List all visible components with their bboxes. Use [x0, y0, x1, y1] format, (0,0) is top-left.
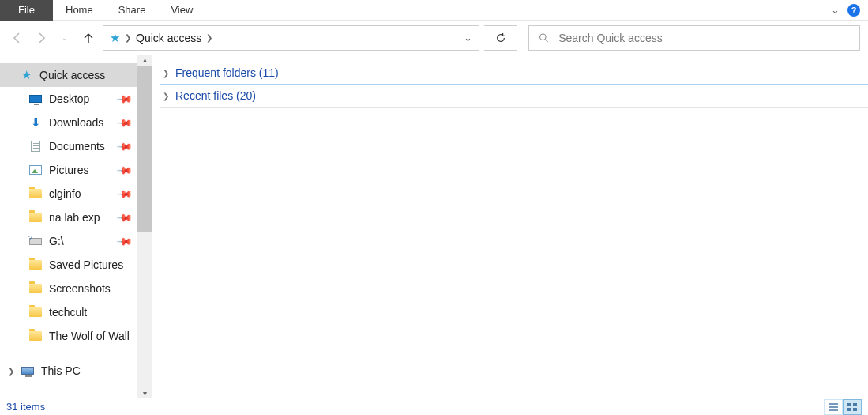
search-box[interactable] — [528, 25, 860, 51]
sidebar-item-screenshots[interactable]: Screenshots — [0, 277, 137, 300]
tab-home[interactable]: Home — [53, 0, 106, 21]
svg-rect-3 — [853, 403, 857, 406]
chevron-right-icon: ❯ — [163, 69, 169, 77]
pin-icon: 📌 — [116, 161, 133, 179]
group-frequent-folders[interactable]: ❯ Frequent folders (11) — [156, 62, 868, 84]
pictures-icon — [28, 164, 43, 176]
pin-icon: 📌 — [116, 90, 133, 108]
scroll-down-icon[interactable]: ▾ — [137, 389, 152, 398]
navigation-row: ⌄ ★ ❯ Quick access ❯ ⌄ — [0, 21, 868, 55]
pin-icon: 📌 — [116, 209, 133, 226]
search-icon — [539, 32, 549, 43]
svg-rect-2 — [847, 403, 851, 406]
ribbon: File Home Share View ⌄ ? — [0, 0, 868, 21]
sidebar-label: The Wolf of Wall — [49, 330, 130, 342]
sidebar-label: Saved Pictures — [49, 258, 123, 271]
sidebar-label: Desktop — [49, 92, 89, 105]
pin-icon: 📌 — [116, 185, 133, 202]
sidebar-item-g-drive[interactable]: G:\ 📌 — [0, 229, 137, 253]
tab-share[interactable]: Share — [106, 0, 159, 21]
thumbnails-view-button[interactable] — [843, 399, 862, 415]
refresh-button[interactable] — [484, 25, 517, 51]
folder-icon — [28, 282, 43, 295]
forward-button[interactable] — [32, 28, 51, 47]
document-icon — [28, 140, 43, 153]
svg-point-0 — [540, 34, 546, 40]
pin-icon: 📌 — [116, 114, 133, 131]
navigation-pane: ★ Quick access Desktop 📌 ⬇ Downloads 📌 D… — [0, 55, 152, 398]
back-button[interactable] — [8, 28, 27, 47]
content-pane: ❯ Frequent folders (11) ❯ Recent files (… — [152, 55, 868, 398]
file-tab[interactable]: File — [0, 0, 53, 21]
sidebar-item-pictures[interactable]: Pictures 📌 — [0, 158, 137, 182]
view-switcher — [824, 399, 862, 415]
pin-icon: 📌 — [116, 138, 133, 155]
folder-icon — [28, 187, 43, 200]
sidebar-label: Screenshots — [49, 282, 111, 295]
sidebar-item-wolf-of-wall[interactable]: The Wolf of Wall — [0, 324, 137, 348]
monitor-icon — [28, 92, 43, 105]
sidebar-label: na lab exp — [49, 211, 100, 224]
sidebar-label: G:\ — [49, 235, 64, 247]
help-icon[interactable]: ? — [847, 4, 860, 17]
tab-view[interactable]: View — [158, 0, 205, 21]
folder-icon — [28, 258, 43, 271]
download-icon: ⬇ — [28, 116, 43, 129]
sidebar-item-saved-pictures[interactable]: Saved Pictures — [0, 253, 137, 277]
sidebar-item-downloads[interactable]: ⬇ Downloads 📌 — [0, 111, 137, 134]
folder-icon — [28, 306, 43, 319]
drive-icon — [28, 235, 43, 247]
sidebar-label: Documents — [49, 140, 105, 153]
address-history-dropdown[interactable]: ⌄ — [457, 26, 479, 50]
up-button[interactable] — [79, 28, 98, 47]
group-label: Recent files (20) — [175, 89, 256, 102]
sidebar-item-techcult[interactable]: techcult — [0, 300, 137, 324]
ribbon-expand-icon[interactable]: ⌄ — [831, 4, 840, 16]
folder-icon — [28, 330, 43, 342]
chevron-right-icon[interactable]: ❯ — [206, 33, 212, 42]
pin-icon: 📌 — [116, 232, 133, 250]
address-bar[interactable]: ★ ❯ Quick access ❯ ⌄ — [103, 25, 479, 51]
sidebar-label: Pictures — [49, 164, 89, 176]
details-view-button[interactable] — [824, 399, 843, 415]
folder-icon — [28, 211, 43, 224]
sidebar-item-clginfo[interactable]: clginfo 📌 — [0, 182, 137, 206]
sidebar-label: This PC — [41, 364, 81, 377]
sidebar-item-desktop[interactable]: Desktop 📌 — [0, 87, 137, 111]
group-recent-files[interactable]: ❯ Recent files (20) — [156, 85, 868, 107]
sidebar-item-documents[interactable]: Documents 📌 — [0, 134, 137, 158]
recent-locations-button[interactable]: ⌄ — [55, 28, 74, 47]
chevron-right-icon: ❯ — [125, 33, 131, 42]
sidebar-scrollbar[interactable]: ▴ ▾ — [137, 55, 152, 398]
pc-icon — [21, 364, 35, 377]
chevron-right-icon: ❯ — [163, 92, 169, 100]
sidebar-label: Quick access — [39, 69, 105, 81]
sidebar-label: techcult — [49, 306, 87, 319]
address-segment[interactable]: Quick access — [136, 32, 201, 44]
star-icon: ★ — [19, 69, 33, 81]
search-input[interactable] — [557, 31, 850, 45]
group-separator — [160, 107, 868, 108]
svg-rect-4 — [847, 408, 851, 411]
sidebar-item-quick-access[interactable]: ★ Quick access — [0, 63, 137, 87]
scrollbar-thumb[interactable] — [137, 66, 152, 232]
sidebar-item-na-lab-exp[interactable]: na lab exp 📌 — [0, 206, 137, 229]
sidebar-label: Downloads — [49, 116, 103, 129]
scroll-up-icon[interactable]: ▴ — [137, 55, 152, 64]
status-text: 31 items — [6, 401, 45, 413]
chevron-right-icon[interactable]: ❯ — [8, 367, 14, 375]
body: ★ Quick access Desktop 📌 ⬇ Downloads 📌 D… — [0, 55, 868, 398]
sidebar-label: clginfo — [49, 187, 81, 200]
quick-access-icon: ★ — [110, 31, 120, 45]
sidebar-item-this-pc[interactable]: ❯ This PC — [0, 359, 137, 383]
svg-rect-5 — [853, 408, 857, 411]
group-label: Frequent folders (11) — [175, 66, 279, 79]
svg-line-1 — [545, 39, 547, 41]
status-bar: 31 items — [0, 398, 868, 415]
